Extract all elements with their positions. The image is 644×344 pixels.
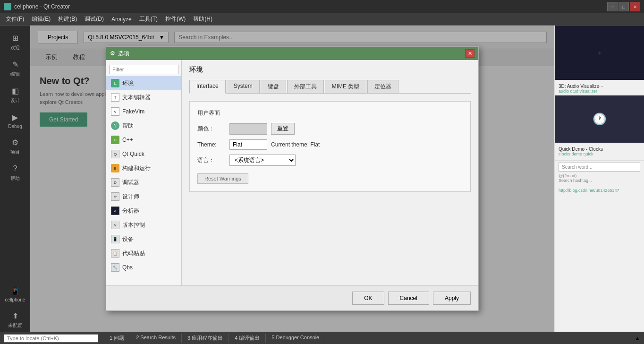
nav-item-fakevim[interactable]: V FakeVim bbox=[106, 104, 181, 119]
dialog-body: E 环境 T 文本编辑器 V FakeVim ? bbox=[106, 60, 478, 285]
nav-item-designer[interactable]: ✏ 设计师 bbox=[106, 189, 181, 204]
sidebar-item-cellphone[interactable]: 📱 cellphone bbox=[2, 282, 28, 305]
close-button[interactable]: ✕ bbox=[630, 2, 640, 11]
tab-debugger-console[interactable]: 5 Debugger Console bbox=[266, 334, 325, 343]
color-swatch[interactable] bbox=[229, 123, 267, 135]
nav-item-cpp[interactable]: C C++ bbox=[106, 133, 181, 147]
edit-icon: ✎ bbox=[9, 59, 21, 70]
tab-keyboard[interactable]: 键盘 bbox=[261, 80, 286, 93]
sidebar-label-projects: 项目 bbox=[10, 149, 20, 155]
dialog-titlebar: ⚙ 选项 ✕ bbox=[106, 47, 478, 60]
main-layout: ⊞ 欢迎 ✎ 编辑 ◧ 设计 ▶ Debug ⚙ 项目 ? 帮助 📱 cellp… bbox=[0, 26, 644, 332]
help-icon: ? bbox=[9, 163, 21, 174]
panel-info-1: 3D: Audio Visualize··· audio qt3d visual… bbox=[555, 82, 644, 95]
ui-section-title: 用户界面 bbox=[197, 109, 463, 117]
nav-filter-input[interactable] bbox=[109, 65, 178, 74]
dialog-footer: OK Cancel Apply bbox=[106, 285, 478, 310]
tab-search-results[interactable]: 2 Search Results bbox=[130, 334, 182, 343]
tab-system[interactable]: System bbox=[227, 80, 260, 93]
tab-interface[interactable]: Interface bbox=[189, 80, 226, 94]
sidebar-item-unconfigured[interactable]: ⬆ 未配置 bbox=[2, 307, 28, 332]
theme-row: Theme: Flat Dark Default Current theme: … bbox=[197, 139, 463, 150]
content-area: Projects Qt 5.8.0 MSVC2015_64bit ▼ 示例 教程… bbox=[30, 26, 554, 332]
dialog-icon: ⚙ bbox=[110, 50, 115, 57]
nav-item-qbs[interactable]: 🔧 Qbs bbox=[106, 260, 181, 275]
sidebar-item-debug[interactable]: ▶ Debug bbox=[2, 109, 28, 132]
menu-tools[interactable]: 工具(T) bbox=[136, 14, 161, 25]
bottom-arrow-icon: ▲ bbox=[635, 335, 640, 342]
csdn-tag-2: Search hashtag... bbox=[559, 178, 640, 183]
nav-item-qt-quick[interactable]: Q Qt Quick bbox=[106, 147, 181, 161]
minimize-button[interactable]: ─ bbox=[607, 2, 618, 11]
text-editor-icon: T bbox=[111, 93, 119, 102]
nav-item-debugger[interactable]: D 调试器 bbox=[106, 175, 181, 189]
nav-item-help[interactable]: ? 帮助 bbox=[106, 119, 181, 133]
csdn-link[interactable]: http://blog.csdn.net/u014265347 bbox=[559, 188, 619, 193]
panel-info-2: Quick Demo - Clocks clocks demo quick bbox=[555, 145, 644, 158]
menu-debug[interactable]: 调试(D) bbox=[81, 14, 108, 25]
apply-button[interactable]: Apply bbox=[433, 292, 471, 305]
nav-label-qt-quick: Qt Quick bbox=[122, 151, 144, 157]
dialog-tabs: Interface System 键盘 外部工具 MIME 类型 定位器 bbox=[189, 80, 471, 94]
menu-controls[interactable]: 控件(W) bbox=[161, 14, 189, 25]
tab-external-tools[interactable]: 外部工具 bbox=[287, 80, 324, 93]
reset-warnings-button[interactable]: Reset Warnings bbox=[197, 173, 248, 184]
menu-build[interactable]: 构建(B) bbox=[54, 14, 81, 25]
sidebar-label-design: 设计 bbox=[10, 97, 20, 104]
nav-item-build-run[interactable]: B 构建和运行 bbox=[106, 161, 181, 175]
maximize-button[interactable]: □ bbox=[619, 2, 629, 11]
sidebar-label-debug: Debug bbox=[8, 124, 22, 129]
nav-label-fakevim: FakeVim bbox=[122, 108, 144, 115]
sidebar: ⊞ 欢迎 ✎ 编辑 ◧ 设计 ▶ Debug ⚙ 项目 ? 帮助 📱 cellp… bbox=[0, 26, 30, 332]
ok-button[interactable]: OK bbox=[352, 292, 384, 305]
nav-label-paste: 代码粘贴 bbox=[122, 249, 145, 258]
nav-item-vcs[interactable]: V 版本控制 bbox=[106, 218, 181, 232]
qbs-icon: 🔧 bbox=[111, 263, 119, 272]
theme-label: Theme: bbox=[197, 141, 226, 148]
panel-title-2: Quick Demo - Clocks bbox=[559, 146, 640, 152]
reset-color-button[interactable]: 重置 bbox=[271, 123, 295, 135]
tab-locator[interactable]: 定位器 bbox=[367, 80, 398, 93]
sidebar-item-welcome[interactable]: ⊞ 欢迎 bbox=[2, 29, 28, 54]
titlebar-left: cellphone - Qt Creator bbox=[4, 3, 70, 10]
sidebar-item-projects[interactable]: ⚙ 项目 bbox=[2, 134, 28, 158]
panel-image-2: 🕐 bbox=[555, 95, 644, 143]
tab-mime[interactable]: MIME 类型 bbox=[325, 80, 367, 93]
panel-link-2[interactable]: clocks demo quick bbox=[559, 152, 640, 156]
language-select[interactable]: <系统语言> English 中文 bbox=[229, 155, 296, 166]
sidebar-label-cellphone: cellphone bbox=[5, 297, 25, 302]
tab-app-output[interactable]: 3 应用程序输出 bbox=[182, 334, 229, 343]
csdn-search-box[interactable]: Search word... bbox=[559, 163, 640, 172]
tab-compile-output[interactable]: 4 编译输出 bbox=[229, 334, 266, 343]
nav-item-paste[interactable]: 📋 代码粘贴 bbox=[106, 246, 181, 260]
debugger-icon: D bbox=[111, 178, 119, 187]
sidebar-item-help[interactable]: ? 帮助 bbox=[2, 160, 28, 185]
designer-icon: ✏ bbox=[111, 192, 119, 201]
cellphone-icon: 📱 bbox=[9, 285, 21, 296]
nav-label-environment: 环境 bbox=[122, 79, 134, 87]
dialog-nav: E 环境 T 文本编辑器 V FakeVim ? bbox=[106, 60, 182, 285]
menu-analyze[interactable]: Analyze bbox=[108, 15, 136, 24]
nav-item-text-editor[interactable]: T 文本编辑器 bbox=[106, 90, 181, 104]
menu-help[interactable]: 帮助(H) bbox=[189, 14, 216, 25]
welcome-icon: ⊞ bbox=[9, 32, 21, 43]
device-icon: 📱 bbox=[111, 235, 119, 243]
sidebar-item-edit[interactable]: ✎ 编辑 bbox=[2, 56, 28, 80]
sidebar-item-design[interactable]: ◧ 设计 bbox=[2, 82, 28, 107]
nav-item-analyzer[interactable]: A 分析器 bbox=[106, 204, 181, 218]
bottombar-tabs: 1 问题 2 Search Results 3 应用程序输出 4 编译输出 5 … bbox=[104, 334, 325, 343]
panel-title-1: 3D: Audio Visualize··· bbox=[559, 84, 640, 89]
design-icon: ◧ bbox=[9, 85, 21, 96]
tab-problems[interactable]: 1 问题 bbox=[104, 334, 130, 343]
theme-select[interactable]: Flat Dark Default bbox=[229, 139, 267, 150]
dialog-close-button[interactable]: ✕ bbox=[465, 49, 475, 58]
menu-edit[interactable]: 编辑(E) bbox=[28, 14, 54, 25]
nav-item-device[interactable]: 📱 设备 bbox=[106, 232, 181, 246]
menu-file[interactable]: 文件(F) bbox=[2, 14, 28, 25]
locate-input[interactable] bbox=[4, 334, 98, 343]
nav-item-environment[interactable]: E 环境 bbox=[106, 76, 181, 90]
panel-link-1[interactable]: audio qt3d visualizer bbox=[559, 89, 640, 94]
nav-label-vcs: 版本控制 bbox=[122, 221, 145, 229]
cancel-button[interactable]: Cancel bbox=[388, 292, 429, 305]
ui-section: 用户界面 颜色： 重置 Theme: Flat bbox=[189, 101, 471, 192]
